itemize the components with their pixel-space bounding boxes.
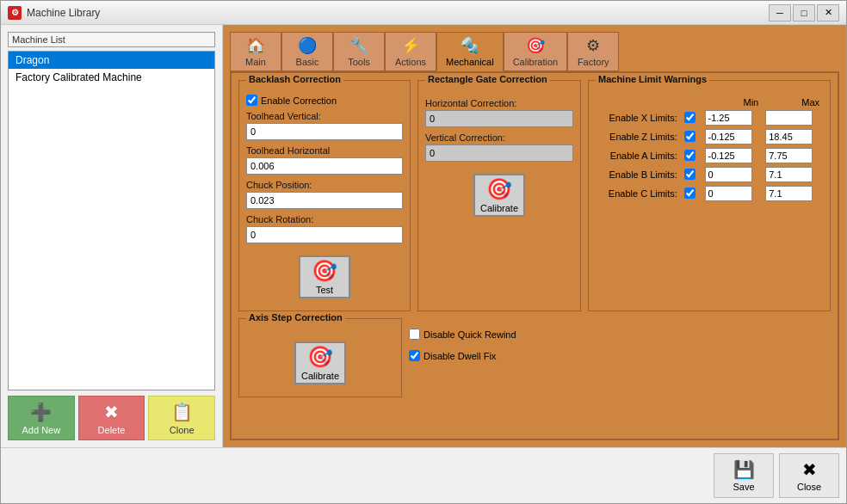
toolhead-vertical-label: Toolhead Vertical: bbox=[246, 111, 403, 121]
save-button[interactable]: 💾 Save bbox=[714, 453, 774, 498]
save-icon: 💾 bbox=[733, 459, 755, 480]
a-limits-max[interactable] bbox=[765, 148, 813, 163]
disable-dwell-fix-checkbox[interactable] bbox=[409, 350, 420, 361]
min-header: Min bbox=[702, 96, 763, 108]
machine-list[interactable]: Dragon Factory Calibrated Machine bbox=[8, 51, 215, 390]
c-limits-checkbox[interactable] bbox=[684, 187, 696, 199]
delete-button[interactable]: ✖ Delete bbox=[78, 396, 145, 440]
c-limits-max[interactable] bbox=[765, 186, 813, 201]
b-limits-label: Enable B Limits: bbox=[596, 165, 681, 184]
disable-quick-rewind-row: Disable Quick Rewind bbox=[409, 329, 516, 340]
vertical-correction-row: Vertical Correction: bbox=[425, 132, 573, 162]
machine-item-factory[interactable]: Factory Calibrated Machine bbox=[9, 69, 214, 86]
test-button[interactable]: 🎯 Test bbox=[299, 255, 350, 298]
toolhead-vertical-input[interactable] bbox=[246, 123, 403, 140]
chuck-rotation-input[interactable] bbox=[246, 226, 403, 243]
horizontal-correction-row: Horizontal Correction: bbox=[425, 98, 573, 127]
chuck-position-label: Chuck Position: bbox=[246, 180, 403, 190]
x-limits-min[interactable] bbox=[705, 110, 752, 126]
calibration-tab-icon: 🎯 bbox=[526, 36, 545, 55]
x-limits-checkbox[interactable] bbox=[684, 112, 696, 123]
chuck-rotation-row: Chuck Rotation: bbox=[246, 214, 403, 243]
toolhead-horizontal-input[interactable] bbox=[246, 157, 403, 175]
a-limits-checkbox[interactable] bbox=[684, 150, 696, 161]
horizontal-correction-label: Horizontal Correction: bbox=[425, 98, 573, 108]
tabs-bar: 🏠 Main 🔵 Basic 🔧 Tools ⚡ Actions 🔩 bbox=[230, 32, 839, 71]
tab-main[interactable]: 🏠 Main bbox=[230, 32, 281, 71]
tab-tools[interactable]: 🔧 Tools bbox=[333, 32, 385, 71]
disable-quick-rewind-checkbox[interactable] bbox=[409, 329, 420, 340]
table-row: Enable C Limits: bbox=[596, 184, 823, 203]
z-limits-min[interactable] bbox=[705, 129, 752, 144]
main-tab-icon: 🏠 bbox=[246, 36, 265, 55]
machine-item-dragon[interactable]: Dragon bbox=[9, 52, 214, 69]
basic-tab-label: Basic bbox=[296, 57, 319, 67]
close-label: Close bbox=[797, 482, 821, 492]
factory-tab-icon: ⚙ bbox=[586, 36, 600, 55]
clone-button[interactable]: 📋 Clone bbox=[148, 396, 215, 440]
tab-mechanical[interactable]: 🔩 Mechanical bbox=[436, 32, 504, 71]
factory-tab-label: Factory bbox=[578, 57, 609, 67]
minimize-button[interactable]: ─ bbox=[769, 4, 791, 22]
sections-bottom-row: Axis Step Correction 🎯 Calibrate Di bbox=[238, 318, 831, 397]
right-panel: 🏠 Main 🔵 Basic 🔧 Tools ⚡ Actions 🔩 bbox=[223, 25, 846, 447]
window-title: Machine Library bbox=[27, 7, 100, 19]
table-row: Enable X Limits: bbox=[596, 108, 823, 127]
horizontal-correction-input[interactable] bbox=[425, 110, 573, 127]
table-row: Enable Z Limits: bbox=[596, 127, 823, 146]
close-button[interactable]: ✖ Close bbox=[779, 453, 839, 498]
actions-tab-label: Actions bbox=[395, 57, 426, 67]
chuck-position-input[interactable] bbox=[246, 192, 403, 209]
z-limits-max[interactable] bbox=[765, 129, 813, 144]
rectangle-calibrate-button[interactable]: 🎯 Calibrate bbox=[473, 174, 525, 217]
z-limits-label: Enable Z Limits: bbox=[596, 127, 681, 146]
enable-correction-checkbox[interactable] bbox=[246, 95, 257, 106]
a-limits-min[interactable] bbox=[705, 148, 752, 163]
b-limits-min[interactable] bbox=[705, 167, 752, 182]
add-new-button[interactable]: ➕ Add New bbox=[8, 396, 75, 440]
footer: 💾 Save ✖ Close bbox=[1, 447, 846, 503]
tab-factory[interactable]: ⚙ Factory bbox=[567, 32, 619, 71]
maximize-button[interactable]: □ bbox=[793, 4, 815, 22]
toolhead-horizontal-row: Toolhead Horizontal bbox=[246, 145, 403, 175]
rectangle-calibrate-icon: 🎯 bbox=[486, 177, 512, 201]
test-label: Test bbox=[316, 285, 333, 295]
c-limits-label: Enable C Limits: bbox=[596, 184, 681, 203]
close-window-button[interactable]: ✕ bbox=[817, 4, 839, 22]
b-limits-max[interactable] bbox=[765, 167, 813, 182]
options-area: Disable Quick Rewind Disable Dwell Fix bbox=[409, 318, 516, 397]
c-limits-min[interactable] bbox=[705, 186, 752, 201]
limits-title: Machine Limit Warnings bbox=[596, 74, 709, 84]
axis-title: Axis Step Correction bbox=[246, 312, 345, 323]
backlash-title: Backlash Correction bbox=[246, 74, 343, 84]
axis-calibrate-label: Calibrate bbox=[301, 371, 339, 381]
window-icon: ⚙ bbox=[8, 6, 22, 20]
backlash-section: Backlash Correction Enable Correction To… bbox=[238, 80, 411, 311]
close-icon: ✖ bbox=[802, 459, 817, 480]
basic-tab-icon: 🔵 bbox=[298, 36, 317, 55]
rectangle-section: Rectangle Gate Correction Horizontal Cor… bbox=[417, 80, 581, 311]
clone-icon: 📋 bbox=[171, 402, 193, 422]
z-limits-checkbox[interactable] bbox=[684, 131, 696, 142]
tools-tab-icon: 🔧 bbox=[349, 36, 368, 55]
tab-actions[interactable]: ⚡ Actions bbox=[385, 32, 436, 71]
main-window: ⚙ Machine Library ─ □ ✕ Machine List Dra… bbox=[0, 0, 847, 504]
main-content-area: Machine List Dragon Factory Calibrated M… bbox=[1, 25, 846, 447]
tab-basic[interactable]: 🔵 Basic bbox=[281, 32, 333, 71]
vertical-correction-label: Vertical Correction: bbox=[425, 132, 573, 143]
vertical-correction-input[interactable] bbox=[425, 144, 573, 162]
title-controls: ─ □ ✕ bbox=[769, 4, 839, 22]
b-limits-checkbox[interactable] bbox=[684, 169, 696, 180]
sections-top-row: Backlash Correction Enable Correction To… bbox=[238, 80, 831, 311]
tab-calibration[interactable]: 🎯 Calibration bbox=[504, 32, 568, 71]
main-tab-label: Main bbox=[245, 57, 266, 67]
chuck-position-row: Chuck Position: bbox=[246, 180, 403, 209]
axis-calibrate-button[interactable]: 🎯 Calibrate bbox=[294, 341, 346, 384]
left-buttons: ➕ Add New ✖ Delete 📋 Clone bbox=[8, 390, 215, 440]
add-icon: ➕ bbox=[30, 402, 52, 422]
x-limits-max[interactable] bbox=[765, 110, 813, 126]
table-row: Enable B Limits: bbox=[596, 165, 823, 184]
save-label: Save bbox=[733, 482, 754, 492]
disable-dwell-fix-row: Disable Dwell Fix bbox=[409, 350, 516, 361]
delete-icon: ✖ bbox=[104, 402, 119, 422]
